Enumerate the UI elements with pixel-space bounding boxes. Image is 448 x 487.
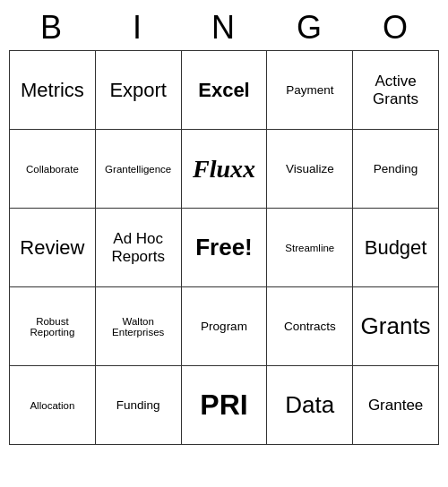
cell-text: Program [185, 293, 263, 360]
header-letter: B [9, 9, 95, 47]
header-letter: N [181, 9, 267, 47]
cell-text: Collaborate [13, 135, 91, 202]
bingo-card: BINGO MetricsExportExcelPaymentActive Gr… [9, 9, 439, 445]
cell-text: Export [99, 56, 177, 124]
cell-text: Visualize [271, 135, 349, 202]
bingo-cell: Grants [353, 287, 439, 366]
bingo-cell: Collaborate [10, 130, 96, 209]
cell-text: Budget [357, 214, 435, 281]
bingo-cell: Free! [182, 209, 268, 287]
cell-text: Funding [99, 372, 177, 439]
cell-text: Review [13, 214, 91, 281]
bingo-cell: PRI [182, 366, 268, 445]
cell-text: PRI [185, 372, 263, 439]
bingo-cell: Pending [353, 130, 439, 209]
bingo-cell: Excel [182, 51, 268, 130]
bingo-cell: Review [10, 209, 96, 287]
cell-text: Grantee [357, 372, 435, 439]
bingo-cell: Data [267, 366, 353, 445]
bingo-cell: Active Grants [353, 51, 439, 130]
bingo-cell: Payment [267, 51, 353, 130]
bingo-grid: MetricsExportExcelPaymentActive GrantsCo… [9, 50, 439, 445]
cell-text: Allocation [13, 372, 91, 439]
bingo-cell: Contracts [267, 287, 353, 366]
bingo-cell: Fluxx [182, 130, 268, 209]
cell-text: Ad Hoc Reports [99, 214, 177, 281]
cell-text: Walton Enterprises [99, 293, 177, 360]
cell-text: Metrics [13, 56, 91, 124]
bingo-cell: Allocation [10, 366, 96, 445]
bingo-cell: Budget [353, 209, 439, 287]
bingo-cell: Robust Reporting [10, 287, 96, 366]
bingo-cell: Export [96, 51, 182, 130]
header-letter: O [353, 9, 439, 47]
bingo-cell: Grantelligence [96, 130, 182, 209]
cell-text: Fluxx [185, 135, 263, 202]
cell-text: Pending [357, 135, 435, 202]
cell-text: Payment [271, 56, 349, 124]
bingo-cell: Metrics [10, 51, 96, 130]
header-letter: I [95, 9, 181, 47]
cell-text: Grants [357, 293, 435, 360]
header-letter: G [267, 9, 353, 47]
bingo-cell: Program [182, 287, 268, 366]
bingo-cell: Visualize [267, 130, 353, 209]
bingo-cell: Ad Hoc Reports [96, 209, 182, 287]
cell-text: Contracts [271, 293, 349, 360]
bingo-cell: Walton Enterprises [96, 287, 182, 366]
bingo-cell: Funding [96, 366, 182, 445]
cell-text: Active Grants [357, 56, 435, 124]
bingo-cell: Grantee [353, 366, 439, 445]
bingo-header: BINGO [9, 9, 439, 47]
cell-text: Data [271, 372, 349, 439]
cell-text: Excel [185, 56, 263, 124]
cell-text: Free! [185, 214, 263, 281]
cell-text: Streamline [271, 214, 349, 281]
cell-text: Grantelligence [99, 135, 177, 202]
bingo-cell: Streamline [267, 209, 353, 287]
cell-text: Robust Reporting [13, 293, 91, 360]
